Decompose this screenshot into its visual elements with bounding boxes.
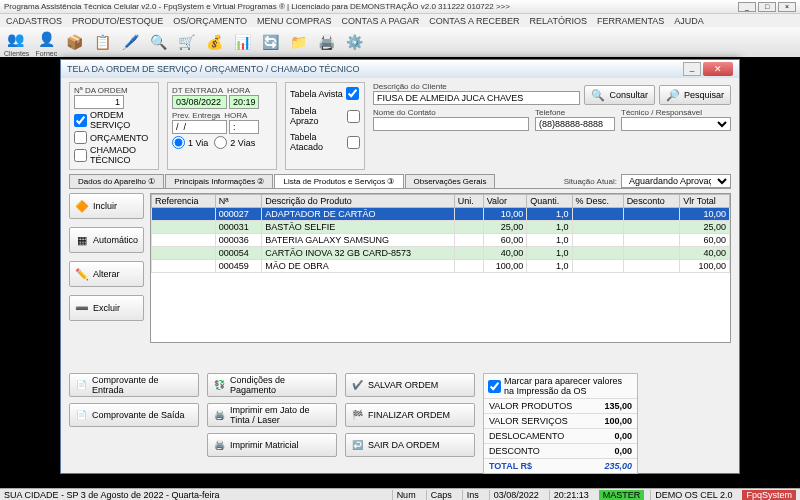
incluir-button[interactable]: 🔶Incluir	[69, 193, 144, 219]
plus-icon: 🔶	[75, 199, 89, 213]
menu-relatorios[interactable]: RELATÓRIOS	[530, 16, 587, 26]
table-row[interactable]: 000031BASTÃO SELFIE25,001,025,00	[152, 221, 730, 234]
print-icon: 🖨️	[214, 440, 225, 450]
finalizar-button[interactable]: 🏁FINALIZAR ORDEM	[345, 403, 475, 427]
comp-saida-button[interactable]: 📄Comprovante de Saída	[69, 403, 199, 427]
fornec-icon[interactable]: 👤	[35, 28, 57, 50]
orcamento-check[interactable]	[74, 131, 87, 144]
via1-radio[interactable]	[172, 136, 185, 149]
tab-dados[interactable]: Dados do Aparelho ①	[69, 174, 164, 188]
excluir-button[interactable]: ➖Excluir	[69, 295, 144, 321]
pesquisar-button[interactable]: 🔎Pesquisar	[659, 85, 731, 105]
consultar-button[interactable]: 🔍Consultar	[584, 85, 655, 105]
cliente-input[interactable]	[373, 91, 580, 105]
prev-input[interactable]	[172, 120, 227, 134]
tool-icon[interactable]: 💰	[203, 31, 225, 53]
cond-pag-button[interactable]: 💱Condições de Pagamento	[207, 373, 337, 397]
status-city: SUA CIDADE - SP 3 de Agosto de 2022 - Qu…	[4, 490, 219, 500]
order-dialog: TELA DA ORDEM DE SERVIÇO / ORÇAMENTO / C…	[60, 59, 740, 474]
menu-ferramentas[interactable]: FERRAMENTAS	[597, 16, 664, 26]
maximize-button[interactable]: □	[758, 2, 776, 12]
tool-icon[interactable]: ⚙️	[343, 31, 365, 53]
products-grid[interactable]: ReferenciaNªDescrição do ProdutoUni.Valo…	[150, 193, 731, 343]
sair-button[interactable]: ↩️SAIR DA ORDEM	[345, 433, 475, 457]
money-icon: 💱	[214, 380, 225, 390]
prev-hora-input[interactable]	[229, 120, 259, 134]
menu-os[interactable]: OS/ORÇAMENTO	[173, 16, 247, 26]
tool-icon[interactable]: 📦	[63, 31, 85, 53]
tool-icon[interactable]: 🔍	[147, 31, 169, 53]
tool-icon[interactable]: 🖨️	[315, 31, 337, 53]
tool-icon[interactable]: 📊	[231, 31, 253, 53]
tab-info[interactable]: Principais Informações ②	[165, 174, 273, 188]
tab-produtos[interactable]: Lista de Produtos e Serviços ③	[274, 174, 403, 188]
statusbar: SUA CIDADE - SP 3 de Agosto de 2022 - Qu…	[0, 488, 800, 500]
tool-icon[interactable]: 🔄	[259, 31, 281, 53]
exit-icon: ↩️	[352, 440, 363, 450]
dialog-minimize[interactable]: _	[683, 62, 701, 76]
search-icon: 🔎	[666, 89, 680, 102]
via2-radio[interactable]	[214, 136, 227, 149]
salvar-button[interactable]: ✔️SALVAR ORDEM	[345, 373, 475, 397]
tool-icon[interactable]: 🛒	[175, 31, 197, 53]
tool-icon[interactable]: 📁	[287, 31, 309, 53]
menu-cadastros[interactable]: CADASTROS	[6, 16, 62, 26]
telefone-input[interactable]	[535, 117, 615, 131]
check-icon: ✔️	[352, 380, 363, 390]
menubar: CADASTROS PRODUTO/ESTOQUE OS/ORÇAMENTO M…	[0, 14, 800, 27]
tecnico-select[interactable]	[621, 117, 731, 131]
doc-icon: 📄	[76, 380, 87, 390]
print-values-check[interactable]	[488, 380, 501, 393]
flag-icon: 🏁	[352, 410, 363, 420]
comp-entrada-button[interactable]: 📄Comprovante de Entrada	[69, 373, 199, 397]
situacao-select[interactable]: Aguardando Aprovação	[621, 174, 731, 188]
menu-pagar[interactable]: CONTAS A PAGAR	[342, 16, 420, 26]
app-titlebar: Programa Assistência Técnica Celular v2.…	[0, 0, 800, 14]
automatico-button[interactable]: ▦Automático	[69, 227, 144, 253]
ordem-servico-check[interactable]	[74, 114, 87, 127]
ordem-input[interactable]	[74, 95, 124, 109]
minimize-button[interactable]: _	[738, 2, 756, 12]
dialog-close[interactable]: ✕	[703, 62, 733, 76]
edit-icon: ✏️	[75, 267, 89, 281]
imp-jato-button[interactable]: 🖨️Imprimir em Jato de Tinta / Laser	[207, 403, 337, 427]
avista-check[interactable]	[346, 87, 359, 100]
menu-compras[interactable]: MENU COMPRAS	[257, 16, 332, 26]
table-row[interactable]: 000054CARTÃO INOVA 32 GB CARD-857340,001…	[152, 247, 730, 260]
dt-entrada-input[interactable]	[172, 95, 227, 109]
menu-produto[interactable]: PRODUTO/ESTOQUE	[72, 16, 163, 26]
contato-input[interactable]	[373, 117, 529, 131]
totals-panel: Marcar para aparecer valores na Impressã…	[483, 373, 638, 474]
chamado-check[interactable]	[74, 149, 87, 162]
hora-input[interactable]	[229, 95, 259, 109]
delete-icon: ➖	[75, 301, 89, 315]
close-button[interactable]: ×	[778, 2, 796, 12]
tool-icon[interactable]: 🖊️	[119, 31, 141, 53]
tab-obs[interactable]: Observações Gerais	[405, 174, 496, 188]
tool-icon[interactable]: 📋	[91, 31, 113, 53]
main-toolbar: 👥 Clientes 👤 Fornec 📦 📋 🖊️ 🔍 🛒 💰 📊 🔄 📁 🖨…	[0, 27, 800, 57]
print-icon: 🖨️	[214, 410, 225, 420]
dialog-title: TELA DA ORDEM DE SERVIÇO / ORÇAMENTO / C…	[67, 64, 683, 74]
atacado-check[interactable]	[347, 136, 360, 149]
alterar-button[interactable]: ✏️Alterar	[69, 261, 144, 287]
search-icon: 🔍	[591, 89, 605, 102]
menu-receber[interactable]: CONTAS A RECEBER	[429, 16, 519, 26]
aprazo-check[interactable]	[347, 110, 360, 123]
doc-icon: 📄	[76, 410, 87, 420]
imp-mat-button[interactable]: 🖨️Imprimir Matricial	[207, 433, 337, 457]
barcode-icon: ▦	[75, 233, 89, 247]
table-row[interactable]: 000027ADAPTADOR DE CARTÃO10,001,010,00	[152, 208, 730, 221]
table-row[interactable]: 000036BATERIA GALAXY SAMSUNG60,001,060,0…	[152, 234, 730, 247]
menu-ajuda[interactable]: AJUDA	[674, 16, 704, 26]
table-row[interactable]: 000459MÃO DE OBRA100,001,0100,00	[152, 260, 730, 273]
app-title: Programa Assistência Técnica Celular v2.…	[4, 2, 738, 11]
clientes-icon[interactable]: 👥	[4, 28, 26, 50]
